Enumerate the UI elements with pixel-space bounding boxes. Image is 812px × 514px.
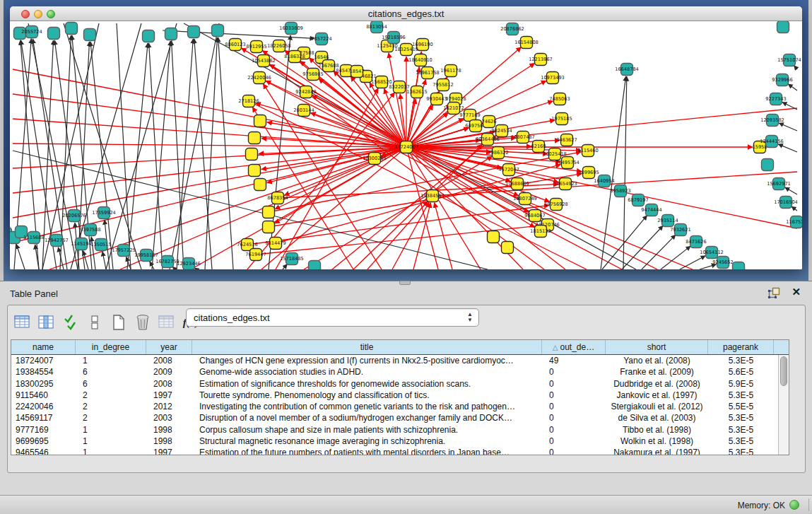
cell-in_degree[interactable]: 2 — [76, 390, 146, 401]
delete-table-button[interactable] — [132, 312, 153, 333]
graph-edge[interactable] — [406, 147, 438, 269]
cell-year[interactable]: 1998 — [146, 436, 192, 447]
scrollbar-thumb[interactable] — [780, 356, 787, 386]
select-columns-button[interactable] — [60, 312, 81, 333]
graph-node[interactable] — [263, 221, 275, 233]
cell-in_degree[interactable]: 1 — [76, 436, 146, 447]
cell-name[interactable]: 14569117 — [11, 412, 76, 424]
table-row[interactable]: 2242004622012Investigating the contribut… — [11, 401, 789, 412]
column-header-year[interactable]: year — [146, 340, 192, 354]
memory-status-icon[interactable] — [789, 500, 799, 510]
cell-year[interactable]: 2009 — [146, 366, 192, 378]
cell-out_de[interactable]: 0 — [542, 378, 606, 390]
cell-short[interactable]: Wolkin et al. (1998) — [606, 436, 708, 447]
cell-out_de[interactable]: 0 — [542, 401, 606, 412]
cell-in_degree[interactable]: 1 — [76, 355, 146, 366]
graph-edge[interactable] — [680, 256, 705, 269]
cell-out_de[interactable]: 0 — [542, 447, 606, 455]
graph-edge[interactable] — [13, 94, 406, 147]
graph-node[interactable] — [188, 26, 200, 38]
cell-name[interactable]: 9699695 — [11, 436, 76, 447]
cell-title[interactable]: Investigating the contribution of common… — [192, 401, 542, 412]
network-canvas[interactable]: 1872400718300295886012389129551822605898… — [10, 21, 802, 269]
cell-pagerank[interactable]: 5.3E-5 — [708, 424, 774, 436]
cell-in_degree[interactable]: 1 — [76, 447, 146, 455]
cell-in_degree[interactable]: 6 — [76, 378, 146, 390]
cell-title[interactable]: Estimation of the future numbers of pati… — [192, 447, 542, 455]
cell-pagerank[interactable]: 5.3E-5 — [708, 412, 774, 424]
graph-edge[interactable] — [16, 244, 25, 269]
cell-title[interactable]: Genome-wide association studies in ADHD. — [192, 366, 542, 378]
cell-out_de[interactable]: 0 — [542, 412, 606, 424]
graph-edge[interactable] — [779, 123, 797, 131]
graph-edge[interactable] — [778, 144, 797, 152]
graph-edge[interactable] — [406, 147, 481, 269]
cell-short[interactable]: Dudbridge et al. (2008) — [606, 378, 708, 390]
graph-node[interactable] — [84, 29, 96, 41]
cell-short[interactable]: Yano et al. (2008) — [606, 355, 708, 366]
cell-short[interactable]: de Silva et al. (2003) — [606, 412, 708, 424]
cell-title[interactable]: Tourette syndrome. Phenomenology and cla… — [192, 390, 542, 401]
graph-edge[interactable] — [102, 252, 106, 269]
panel-divider-handle[interactable] — [399, 281, 411, 285]
graph-edge[interactable] — [622, 226, 663, 269]
cell-year[interactable]: 1998 — [146, 424, 192, 436]
graph-node[interactable] — [165, 28, 177, 40]
table-settings-button[interactable] — [12, 312, 33, 333]
cell-name[interactable]: 19384554 — [11, 366, 76, 378]
cell-year[interactable]: 2008 — [146, 355, 192, 366]
cell-title[interactable]: Estimation of significance thresholds fo… — [192, 378, 542, 390]
graph-node[interactable] — [777, 21, 789, 33]
column-header-title[interactable]: title — [192, 340, 542, 354]
graph-node[interactable] — [733, 262, 745, 270]
cell-pagerank[interactable]: 5.5E-5 — [708, 401, 774, 412]
table-row[interactable]: 977716911998Corpus callosum shape and si… — [11, 424, 789, 436]
column-header-name[interactable]: name — [11, 340, 76, 354]
graph-edge[interactable] — [642, 235, 676, 269]
cell-year[interactable]: 2003 — [146, 412, 192, 424]
cell-in_degree[interactable]: 1 — [76, 424, 146, 436]
graph-edge[interactable] — [788, 84, 797, 90]
graph-edge[interactable] — [276, 165, 560, 243]
column-chooser-button[interactable] — [36, 312, 57, 333]
table-row[interactable]: 1830029562008Estimation of significance … — [11, 378, 789, 390]
table-row[interactable]: 969969511998Structural magnetic resonanc… — [11, 436, 789, 447]
cell-pagerank[interactable]: 5.3E-5 — [708, 447, 774, 455]
graph-edge[interactable] — [785, 187, 797, 194]
graph-edge[interactable] — [283, 264, 287, 269]
graph-edge[interactable] — [106, 23, 177, 269]
table-row[interactable]: 1938455462009Genome-wide association stu… — [11, 366, 789, 378]
graph-edge[interactable] — [259, 78, 622, 269]
graph-node[interactable] — [212, 25, 224, 37]
float-panel-icon[interactable] — [768, 287, 781, 298]
graph-edge[interactable] — [256, 103, 406, 147]
cell-pagerank[interactable]: 5.3E-5 — [708, 390, 774, 401]
graph-node[interactable] — [762, 159, 774, 171]
cell-out_de[interactable]: 0 — [542, 424, 606, 436]
cell-pagerank[interactable]: 5.6E-5 — [708, 366, 774, 378]
cell-out_de[interactable]: 49 — [542, 355, 606, 366]
graph-node[interactable] — [246, 148, 258, 160]
column-header-out_de[interactable]: △out_de… — [542, 340, 606, 354]
graph-edge[interactable] — [172, 41, 184, 269]
cell-pagerank[interactable]: 5.3E-5 — [708, 436, 774, 447]
cell-name[interactable]: 22420046 — [11, 401, 76, 412]
cell-title[interactable]: Disruption of a novel member of a sodium… — [192, 412, 542, 424]
cell-out_de[interactable]: 0 — [542, 436, 606, 447]
window-titlebar[interactable]: citations_edges.txt — [10, 6, 802, 21]
citation-network-graph[interactable]: 1872400718300295886012389129551822605898… — [10, 21, 802, 269]
graph-edge[interactable] — [413, 203, 430, 269]
graph-edge[interactable] — [64, 23, 141, 269]
graph-edge[interactable] — [218, 37, 233, 269]
cell-year[interactable]: 1997 — [146, 390, 192, 401]
graph-edge[interactable] — [304, 156, 492, 269]
cell-short[interactable]: Nakamura et al. (1997) — [606, 447, 708, 455]
column-header-short[interactable]: short — [606, 340, 708, 354]
graph-node[interactable] — [488, 231, 500, 243]
cell-in_degree[interactable]: 2 — [76, 412, 146, 424]
graph-node[interactable] — [48, 28, 60, 40]
graph-edge[interactable] — [792, 206, 797, 211]
graph-edge[interactable] — [13, 69, 406, 147]
cell-title[interactable]: Changes of HCN gene expression and I(f) … — [192, 355, 542, 366]
graph-node[interactable] — [249, 132, 261, 144]
